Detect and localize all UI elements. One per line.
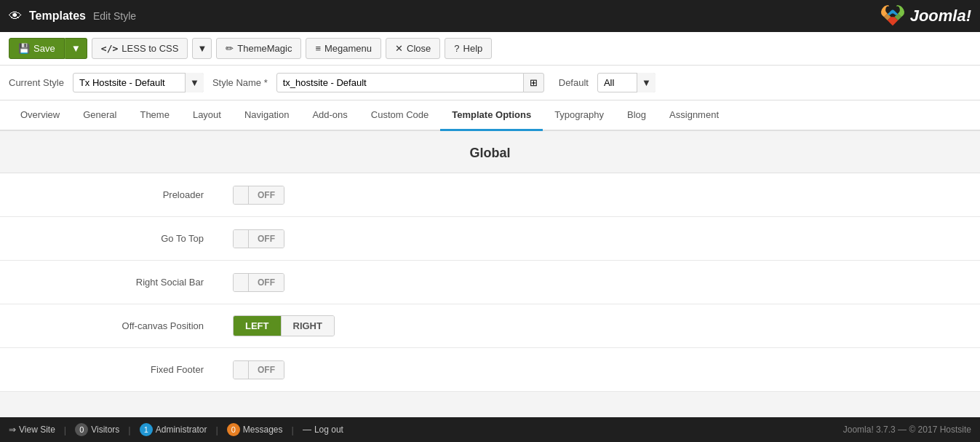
style-name-group: ⊞ [276, 73, 544, 92]
close-button[interactable]: ✕ Close [386, 38, 440, 59]
style-controls: Current Style Tx Hostsite - Default ▼ St… [0, 66, 980, 100]
theme-magic-icon: ✏ [226, 43, 234, 54]
style-all-select[interactable]: All [597, 73, 656, 92]
fixed-footer-toggle-label: OFF [249, 361, 284, 379]
close-icon: ✕ [395, 43, 403, 54]
help-icon: ? [454, 43, 459, 54]
fixed-footer-row: Fixed Footer OFF [0, 348, 980, 392]
tabs-bar: Overview General Theme Layout Navigation… [0, 100, 980, 131]
style-default-label: Default [559, 77, 589, 88]
navbar-left: 👁 Templates Edit Style [9, 9, 136, 24]
tab-theme[interactable]: Theme [128, 100, 180, 131]
save-dropdown-button[interactable]: ▼ [65, 38, 87, 59]
tab-custom-code[interactable]: Custom Code [359, 100, 440, 131]
right-social-bar-toggle[interactable]: OFF [233, 273, 284, 292]
tab-layout[interactable]: Layout [181, 100, 233, 131]
eye-icon: 👁 [9, 9, 22, 24]
off-canvas-position-row: Off-canvas Position LEFT RIGHT [0, 304, 980, 348]
help-label: Help [463, 43, 483, 54]
theme-magic-button[interactable]: ✏ ThemeMagic [216, 38, 301, 59]
go-to-top-toggle-track [234, 230, 249, 248]
save-label: Save [33, 43, 55, 54]
close-label: Close [407, 43, 431, 54]
navbar-subtitle: Edit Style [93, 10, 136, 22]
go-to-top-control: OFF [218, 221, 299, 257]
preloader-control: OFF [218, 177, 299, 213]
go-to-top-toggle[interactable]: OFF [233, 229, 284, 248]
right-social-bar-toggle-label: OFF [249, 274, 284, 291]
joomla-logo-icon [880, 3, 906, 29]
save-dropdown-icon: ▼ [71, 43, 81, 54]
theme-magic-label: ThemeMagic [237, 43, 292, 54]
tab-assignment[interactable]: Assignment [658, 100, 730, 131]
preloader-toggle[interactable]: OFF [233, 186, 284, 205]
megamenu-icon: ≡ [315, 43, 321, 54]
tab-addons[interactable]: Add-ons [300, 100, 359, 131]
content-area: Global Preloader OFF Go To Top OFF [0, 131, 980, 406]
less-icon: </> [101, 43, 118, 54]
style-name-label: Style Name * [212, 77, 268, 88]
off-canvas-position-group: LEFT RIGHT [233, 315, 335, 336]
top-navbar: 👁 Templates Edit Style Joomla! [0, 0, 980, 32]
current-style-label: Current Style [9, 77, 64, 88]
style-name-input[interactable] [276, 73, 524, 92]
settings-table: Preloader OFF Go To Top OFF Right Social… [0, 173, 980, 392]
current-style-wrapper: Tx Hostsite - Default ▼ [73, 73, 204, 92]
go-to-top-toggle-label: OFF [249, 230, 284, 248]
preloader-toggle-label: OFF [249, 186, 284, 204]
save-icon: 💾 [18, 43, 30, 54]
preloader-row: Preloader OFF [0, 173, 980, 217]
tab-template-options[interactable]: Template Options [440, 100, 543, 131]
go-to-top-row: Go To Top OFF [0, 217, 980, 261]
right-social-bar-row: Right Social Bar OFF [0, 261, 980, 304]
tab-general[interactable]: General [71, 100, 128, 131]
save-button-group[interactable]: 💾 Save ▼ [9, 38, 87, 59]
megamenu-label: Megamenu [324, 43, 372, 54]
style-all-wrapper: All ▼ [597, 73, 656, 92]
right-social-bar-label: Right Social Bar [0, 268, 218, 296]
go-to-top-label: Go To Top [0, 224, 218, 253]
current-style-select[interactable]: Tx Hostsite - Default [73, 73, 204, 92]
style-name-copy-button[interactable]: ⊞ [523, 73, 544, 92]
less-to-css-dropdown[interactable]: ▼ [192, 38, 212, 59]
less-to-css-label: LESS to CSS [121, 43, 178, 54]
tab-typography[interactable]: Typography [543, 100, 616, 131]
fixed-footer-toggle[interactable]: OFF [233, 360, 284, 379]
fixed-footer-label: Fixed Footer [0, 355, 218, 384]
off-canvas-position-label: Off-canvas Position [0, 312, 218, 340]
off-canvas-position-control: LEFT RIGHT [218, 307, 349, 345]
preloader-toggle-track [234, 186, 249, 204]
right-social-bar-control: OFF [218, 264, 299, 301]
right-social-bar-toggle-track [234, 274, 249, 291]
fixed-footer-control: OFF [218, 352, 299, 388]
section-title: Global [0, 146, 980, 161]
tab-overview[interactable]: Overview [9, 100, 71, 131]
less-to-css-button[interactable]: </> LESS to CSS [92, 38, 188, 59]
help-button[interactable]: ? Help [445, 38, 492, 59]
joomla-logo-text: Joomla! [910, 7, 971, 25]
megamenu-button[interactable]: ≡ Megamenu [306, 38, 381, 59]
preloader-label: Preloader [0, 181, 218, 209]
fixed-footer-toggle-track [234, 361, 249, 379]
save-button[interactable]: 💾 Save [9, 38, 65, 59]
toolbar: 💾 Save ▼ </> LESS to CSS ▼ ✏ ThemeMagic … [0, 32, 980, 66]
tab-navigation[interactable]: Navigation [233, 100, 300, 131]
off-canvas-left-button[interactable]: LEFT [234, 316, 281, 336]
off-canvas-right-button[interactable]: RIGHT [281, 316, 334, 336]
tab-blog[interactable]: Blog [616, 100, 658, 131]
joomla-logo: Joomla! [880, 3, 971, 29]
navbar-title: Templates [29, 9, 86, 23]
